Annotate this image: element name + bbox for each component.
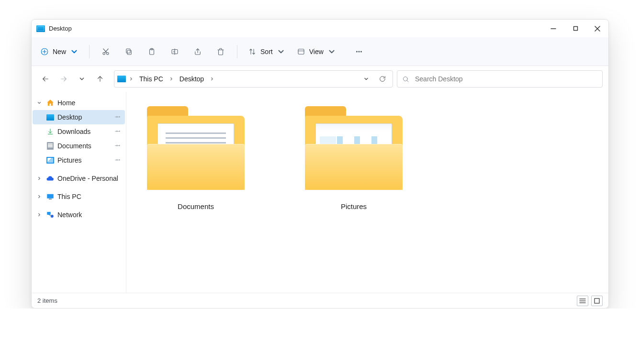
thumbnails-view-button[interactable] [591,296,603,306]
share-button[interactable] [187,43,208,60]
breadcrumb-item[interactable]: Desktop [177,73,207,85]
sidebar-item-home[interactable]: Home [33,96,125,110]
minimize-button[interactable] [542,20,564,37]
breadcrumb-label: Desktop [180,75,204,83]
divider [237,45,237,58]
search-icon [402,76,409,83]
folder-item-documents[interactable]: Documents [136,106,256,210]
svg-point-23 [356,51,357,52]
more-button[interactable] [348,43,370,60]
sidebar-item-network[interactable]: Network [33,208,125,222]
sidebar-label: Downloads [57,128,90,135]
explorer-window: Desktop New A [31,19,609,309]
toolbar: New A Sort View [32,37,608,66]
view-toggles [577,296,603,306]
rename-button[interactable]: A [164,43,185,60]
sidebar-item-desktop[interactable]: Desktop [33,110,125,124]
svg-rect-12 [126,49,130,53]
new-button-label: New [53,48,66,55]
sidebar-item-pictures[interactable]: Pictures [33,153,125,167]
chevron-right-icon[interactable] [35,212,43,217]
chevron-right-icon [209,77,215,81]
address-bar[interactable]: This PC Desktop [114,70,393,88]
up-button[interactable] [92,71,108,87]
cut-button[interactable] [95,43,116,60]
sort-label: Sort [260,48,273,55]
titlebar: Desktop [32,20,608,37]
breadcrumb-label: This PC [139,75,163,83]
sidebar-label: Desktop [57,113,82,121]
details-view-button[interactable] [577,296,588,306]
recent-locations-button[interactable] [74,71,90,87]
sidebar-label: This PC [57,193,81,200]
svg-rect-34 [49,199,52,200]
location-icon [117,76,126,82]
sidebar-label: Home [57,99,75,107]
svg-point-24 [359,51,359,52]
pin-icon[interactable] [115,113,121,121]
pin-icon[interactable] [115,142,121,150]
copy-button[interactable] [118,43,139,60]
close-button[interactable] [586,20,608,37]
chevron-right-icon [128,77,135,81]
svg-line-30 [407,80,408,82]
chevron-right-icon[interactable] [35,194,43,199]
document-icon [46,142,55,150]
sort-button[interactable]: Sort [243,43,290,60]
nav-arrows [37,71,110,87]
pictures-icon [46,156,55,165]
sidebar-item-downloads[interactable]: Downloads [33,124,125,139]
sidebar-label: OneDrive - Personal [57,175,118,182]
body: Home Desktop Downloads Doc [32,92,608,293]
sidebar-item-onedrive[interactable]: OneDrive - Personal [33,171,125,186]
svg-rect-11 [127,50,131,55]
folder-item-pictures[interactable]: Pictures [294,106,414,210]
download-icon [46,127,55,136]
sidebar-item-documents[interactable]: Documents [33,139,125,153]
view-label: View [309,48,324,55]
svg-rect-21 [298,49,304,54]
folder-label: Pictures [341,202,367,210]
folder-icon [301,106,406,190]
sidebar: Home Desktop Downloads Doc [32,92,126,293]
maximize-button[interactable] [564,20,586,37]
pc-icon [46,192,55,201]
svg-rect-1 [573,27,577,31]
delete-button[interactable] [210,43,231,60]
sidebar-label: Pictures [57,156,82,164]
view-button[interactable]: View [292,43,341,60]
folder-label: Documents [178,202,214,210]
refresh-button[interactable] [375,72,390,86]
search-input[interactable] [414,75,597,83]
content-area[interactable]: Documents Pictures [126,92,608,293]
folder-icon [143,106,248,190]
divider [89,45,90,58]
desktop-icon [46,113,55,121]
sidebar-item-thispc[interactable]: This PC [33,189,125,204]
desktop-icon [36,25,45,32]
svg-text:A: A [173,50,175,53]
window-title: Desktop [49,25,72,32]
network-icon [46,210,55,219]
address-dropdown-button[interactable] [359,72,373,86]
search-box[interactable] [397,70,603,88]
paste-button[interactable] [141,43,162,60]
status-text: 2 items [37,297,57,304]
cloud-icon [46,174,55,183]
chevron-down-icon[interactable] [35,100,43,105]
chevron-right-icon[interactable] [35,176,43,181]
pin-icon[interactable] [115,128,121,135]
forward-button[interactable] [56,71,72,87]
status-bar: 2 items [32,293,608,308]
home-icon [46,99,55,107]
new-button[interactable]: New [35,43,83,60]
breadcrumb-item[interactable]: This PC [136,73,166,85]
sidebar-label: Network [57,211,82,219]
svg-rect-33 [47,194,54,199]
pin-icon[interactable] [115,156,121,164]
back-button[interactable] [37,71,54,87]
svg-point-25 [360,51,361,52]
chevron-right-icon [168,77,175,81]
navigation-row: This PC Desktop [32,66,608,92]
svg-rect-41 [595,298,599,303]
